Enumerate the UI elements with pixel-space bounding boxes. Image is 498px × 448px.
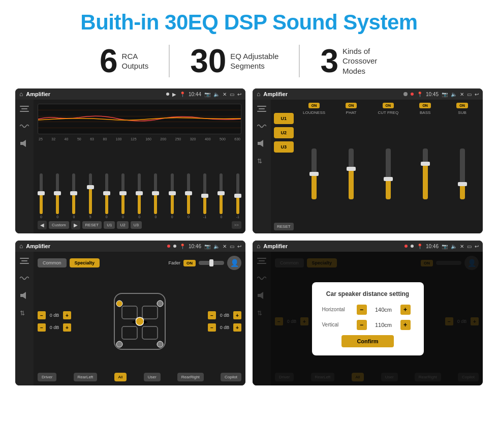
fader-btn-rearleft[interactable]: RearLeft — [74, 373, 98, 381]
crossover-app-name: Amplifier — [263, 91, 400, 97]
crossover-screen: ⌂ Amplifier 📍 10:45 📷 🔈 ✕ ▭ ↩ — [253, 88, 483, 233]
svg-rect-11 — [122, 326, 137, 339]
fader-icon-filter — [18, 256, 30, 266]
stat-eq: 30 EQ AdjustableSegments — [170, 45, 300, 77]
distance-camera-icon: 📷 — [442, 244, 448, 249]
dialog-vertical-row: Vertical − 110cm + — [322, 320, 414, 330]
stat-number-crossover: 3 — [320, 45, 338, 77]
distance-dialog-overlay: Car speaker distance setting Horizontal … — [253, 252, 483, 385]
fader-btn-rearright[interactable]: RearRight — [177, 373, 204, 381]
fader-on-badge[interactable]: ON — [183, 260, 196, 266]
fader-app-name: Amplifier — [26, 243, 164, 249]
crossover-rect-icon: ▭ — [467, 92, 472, 97]
fader-fl-minus[interactable]: − — [38, 311, 46, 319]
loudness-on-btn[interactable]: ON — [308, 103, 320, 108]
fader-rl-plus[interactable]: + — [63, 323, 71, 332]
eq-u3-btn[interactable]: U3 — [131, 221, 142, 229]
dialog-horizontal-minus[interactable]: − — [357, 305, 367, 315]
fader-rr-plus[interactable]: + — [233, 323, 241, 332]
eq-icon-filter — [18, 104, 30, 114]
svg-rect-12 — [142, 326, 158, 339]
channel-cutfreq: ON CUT FREQ — [370, 103, 406, 230]
fader-top-row: Common Specialty Fader ON 👤 — [38, 256, 241, 270]
eq-reset-btn[interactable]: RESET — [82, 221, 102, 229]
preset-buttons: U1 U2 U3 RESET — [274, 103, 294, 230]
eq-custom-btn[interactable]: Custom — [49, 221, 69, 229]
fader-fl-value: 0 dB — [47, 313, 61, 318]
eq-u1-btn[interactable]: U1 — [104, 221, 115, 229]
eq-expand-btn[interactable]: >> — [232, 221, 241, 229]
fader-volume-icon: 🔈 — [213, 244, 220, 249]
crossover-icon-speaker — [256, 138, 268, 148]
dialog-confirm-button[interactable]: Confirm — [341, 335, 393, 347]
crossover-icon-filter — [256, 104, 268, 114]
fader-btn-driver[interactable]: Driver — [38, 373, 56, 381]
loudness-label: LOUDNESS — [303, 110, 325, 115]
fader-tab-specialty[interactable]: Specialty — [70, 258, 100, 267]
fader-btn-copilot[interactable]: Copilot — [221, 373, 241, 381]
fader-label: Fader — [168, 260, 180, 265]
fader-back-icon: ↩ — [237, 244, 241, 249]
crossover-dot1 — [403, 92, 408, 96]
eq-sliders: 0 0 0 5 0 0 0 0 0 0 -1 0 -1 — [38, 144, 241, 219]
distance-back-icon: ↩ — [475, 244, 479, 249]
eq-x-icon: ✕ — [223, 92, 227, 97]
preset-u3[interactable]: U3 — [274, 141, 294, 153]
svg-point-13 — [116, 301, 122, 307]
fader-rr-minus[interactable]: − — [208, 323, 216, 332]
eq-u2-btn[interactable]: U2 — [117, 221, 128, 229]
stats-row: 6 RCAOutputs 30 EQ AdjustableSegments 3 … — [15, 45, 483, 77]
eq-dot1 — [166, 93, 169, 96]
dialog-horizontal-plus[interactable]: + — [400, 305, 411, 315]
fader-screen: ⌂ Amplifier 📍 10:46 📷 🔈 ✕ ▭ ↩ — [15, 241, 245, 385]
eq-play-icon: ▶ — [172, 92, 176, 97]
fader-location-icon: 📍 — [179, 244, 185, 249]
eq-time: 10:44 — [189, 92, 201, 97]
fader-fr-minus[interactable]: − — [208, 311, 216, 319]
fader-rl-minus[interactable]: − — [38, 323, 46, 332]
sub-on-btn[interactable]: ON — [456, 103, 468, 108]
svg-rect-10 — [142, 306, 158, 319]
fader-rect-icon: ▭ — [230, 244, 234, 249]
eq-status-bar: ⌂ Amplifier ▶ 📍 10:44 📷 🔈 ✕ ▭ ↩ — [15, 88, 245, 100]
dialog-vertical-value: 110cm — [371, 322, 396, 328]
preset-u1[interactable]: U1 — [274, 113, 294, 124]
channel-bass: ON BASS — [408, 103, 443, 230]
distance-time: 10:46 — [426, 244, 439, 249]
eq-rect-icon: ▭ — [230, 92, 234, 97]
distance-status-bar: ⌂ Amplifier 📍 10:46 📷 🔈 ✕ ▭ ↩ — [253, 241, 483, 252]
distance-home-icon: ⌂ — [257, 243, 260, 250]
svg-point-16 — [157, 341, 163, 347]
eq-prev-btn[interactable]: ◀ — [38, 221, 47, 229]
fader-dot2 — [173, 245, 176, 248]
preset-u2[interactable]: U2 — [274, 127, 294, 138]
fader-btn-all[interactable]: All — [114, 373, 127, 381]
eq-side-icons — [15, 100, 34, 233]
distance-app-name: Amplifier — [263, 243, 401, 249]
cutfreq-on-btn[interactable]: ON — [383, 103, 394, 108]
stat-text-rca: RCAOutputs — [122, 51, 149, 71]
bass-on-btn[interactable]: ON — [419, 103, 431, 108]
fader-dot1 — [167, 245, 170, 248]
fader-btn-user[interactable]: User — [144, 373, 161, 381]
eq-screen: ⌂ Amplifier ▶ 📍 10:44 📷 🔈 ✕ ▭ ↩ — [15, 88, 245, 233]
fader-time: 10:46 — [189, 244, 201, 249]
fader-fl-plus[interactable]: + — [63, 311, 71, 319]
fader-slider[interactable] — [199, 261, 224, 265]
dialog-vertical-label: Vertical — [322, 322, 353, 327]
fader-fr-plus[interactable]: + — [233, 311, 241, 319]
dialog-vertical-plus[interactable]: + — [400, 320, 411, 330]
svg-point-14 — [157, 301, 163, 307]
channel-loudness: ON LOUDNESS — [297, 103, 332, 230]
dialog-vertical-minus[interactable]: − — [357, 320, 367, 330]
eq-home-icon: ⌂ — [19, 91, 23, 98]
dialog-title: Car speaker distance setting — [322, 290, 414, 297]
fader-camera-icon: 📷 — [204, 244, 210, 249]
fader-tab-common[interactable]: Common — [38, 258, 67, 267]
distance-x-icon: ✕ — [460, 244, 464, 249]
fader-status-bar: ⌂ Amplifier 📍 10:46 📷 🔈 ✕ ▭ ↩ — [15, 241, 245, 252]
crossover-reset-btn[interactable]: RESET — [274, 223, 294, 230]
phat-on-btn[interactable]: ON — [346, 103, 357, 108]
eq-next-btn[interactable]: ▶ — [71, 221, 80, 229]
eq-volume-icon: 🔈 — [213, 92, 220, 97]
